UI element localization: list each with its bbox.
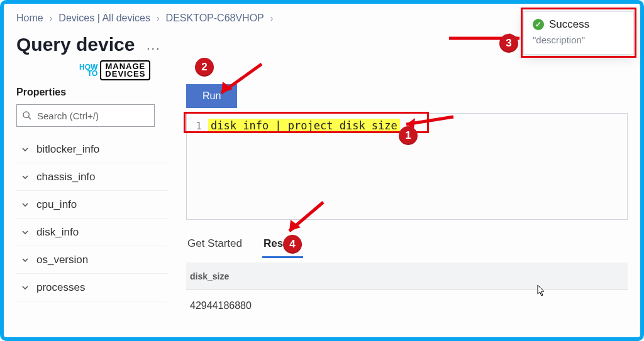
annotation-callout-3: 3	[499, 34, 518, 53]
chevron-right-icon: ›	[270, 13, 274, 23]
sidebar-item-label: cpu_info	[36, 198, 77, 211]
chevron-down-icon	[21, 229, 29, 236]
svg-point-0	[23, 112, 29, 117]
run-button[interactable]: Run	[186, 84, 237, 108]
chevron-down-icon	[21, 256, 29, 264]
sidebar-item-label: disk_info	[36, 226, 79, 239]
search-placeholder: Search (Ctrl+/)	[37, 111, 99, 121]
svg-line-1	[28, 117, 31, 119]
tab-get-started[interactable]: Get Started	[186, 234, 243, 258]
logo-devices: DEVICES	[105, 70, 145, 78]
properties-panel: Properties Search (Ctrl+/) bitlocker_inf…	[16, 87, 167, 337]
more-icon[interactable]: ···	[147, 41, 161, 55]
watermark-logo: HOW TO MANAGE DEVICES	[79, 60, 150, 80]
breadcrumb-home[interactable]: Home	[16, 13, 43, 24]
annotation-callout-2: 2	[195, 58, 214, 77]
results-table: disk_size 42944186880	[186, 263, 628, 322]
cell-disk-size-value: 42944186880	[186, 290, 628, 322]
sidebar-item-os-version[interactable]: os_version	[16, 246, 167, 274]
chevron-down-icon	[21, 146, 29, 153]
chevron-right-icon: ›	[157, 13, 160, 23]
cursor-icon	[537, 284, 546, 297]
success-toast: ✓ Success "description"	[523, 11, 634, 55]
sidebar-item-bitlocker-info[interactable]: bitlocker_info	[16, 136, 167, 163]
sidebar-item-label: chassis_info	[36, 171, 96, 183]
toast-title: Success	[549, 18, 589, 31]
sidebar-item-processes[interactable]: processes	[16, 274, 167, 301]
chevron-down-icon	[21, 284, 29, 291]
page-title: Query device	[16, 34, 135, 55]
annotation-callout-1: 1	[399, 126, 418, 145]
sidebar-item-label: bitlocker_info	[36, 143, 99, 156]
check-circle-icon: ✓	[533, 19, 544, 30]
properties-heading: Properties	[16, 87, 167, 98]
sidebar-item-label: processes	[36, 281, 85, 294]
search-icon	[22, 111, 32, 121]
search-input[interactable]: Search (Ctrl+/)	[16, 104, 155, 127]
chevron-down-icon	[21, 173, 29, 181]
column-header-disk-size[interactable]: disk_size	[186, 263, 628, 290]
chevron-right-icon: ›	[50, 13, 53, 23]
chevron-down-icon	[21, 201, 29, 208]
line-number: 1	[187, 120, 208, 132]
annotation-callout-4: 4	[283, 235, 302, 254]
query-code: disk_info | project disk_size	[208, 119, 400, 133]
annotation-arrow	[444, 29, 532, 48]
sidebar-item-label: os_version	[36, 254, 88, 266]
sidebar-item-disk-info[interactable]: disk_info	[16, 219, 167, 246]
toast-description: "description"	[533, 35, 625, 45]
breadcrumb-devices[interactable]: Devices | All devices	[58, 13, 150, 24]
breadcrumb-device-name[interactable]: DESKTOP-C68VHOP	[166, 13, 264, 24]
sidebar-item-chassis-info[interactable]: chassis_info	[16, 163, 167, 191]
sidebar-item-cpu-info[interactable]: cpu_info	[16, 191, 167, 219]
